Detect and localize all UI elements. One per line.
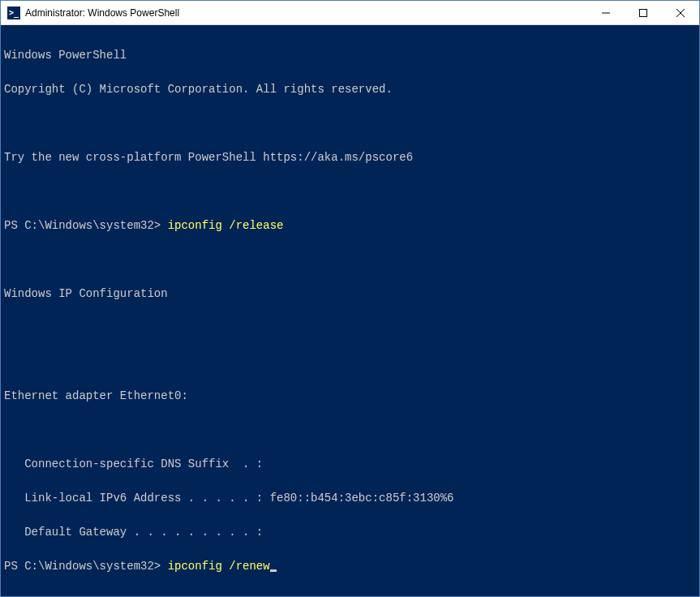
terminal-output: Default Gateway . . . . . . . . . :	[4, 526, 696, 538]
minimize-button[interactable]	[587, 1, 625, 24]
maximize-icon	[639, 9, 647, 17]
terminal-prompt-line: PS C:\Windows\system32> ipconfig /renew	[4, 560, 696, 572]
titlebar[interactable]: >_ Administrator: Windows PowerShell	[1, 1, 699, 25]
terminal-output: Link-local IPv6 Address . . . . . : fe80…	[4, 492, 696, 504]
close-icon	[676, 9, 685, 17]
svg-rect-1	[640, 9, 647, 16]
powershell-icon-glyph: >_	[9, 8, 19, 17]
window-controls	[587, 1, 699, 24]
cursor	[270, 569, 277, 572]
terminal-output	[4, 424, 696, 436]
terminal-output: Ethernet adapter Ethernet0:	[4, 390, 696, 402]
command-text: ipconfig /release	[168, 219, 284, 232]
terminal-output: Connection-specific DNS Suffix . :	[4, 458, 696, 470]
terminal-output: Windows IP Configuration	[4, 288, 696, 299]
terminal-output	[4, 356, 696, 367]
terminal-area[interactable]: Windows PowerShell Copyright (C) Microso…	[1, 25, 699, 596]
terminal-output	[4, 186, 696, 197]
terminal-output: Try the new cross-platform PowerShell ht…	[4, 152, 696, 163]
maximize-button[interactable]	[625, 1, 662, 24]
terminal-output: Copyright (C) Microsoft Corporation. All…	[4, 84, 696, 95]
minimize-icon	[602, 9, 610, 17]
command-text: ipconfig /renew	[168, 560, 270, 573]
window-title: Administrator: Windows PowerShell	[25, 7, 587, 19]
prompt-prefix: PS C:\Windows\system32>	[4, 219, 168, 232]
powershell-window: >_ Administrator: Windows PowerShell Win…	[0, 0, 700, 597]
close-button[interactable]	[662, 1, 699, 24]
terminal-output	[4, 254, 696, 265]
prompt-prefix: PS C:\Windows\system32>	[4, 560, 168, 573]
terminal-prompt-line: PS C:\Windows\system32> ipconfig /releas…	[4, 220, 696, 231]
terminal-output	[4, 118, 696, 129]
terminal-output: Windows PowerShell	[4, 49, 696, 61]
powershell-icon: >_	[7, 6, 20, 19]
terminal-output	[4, 322, 696, 333]
